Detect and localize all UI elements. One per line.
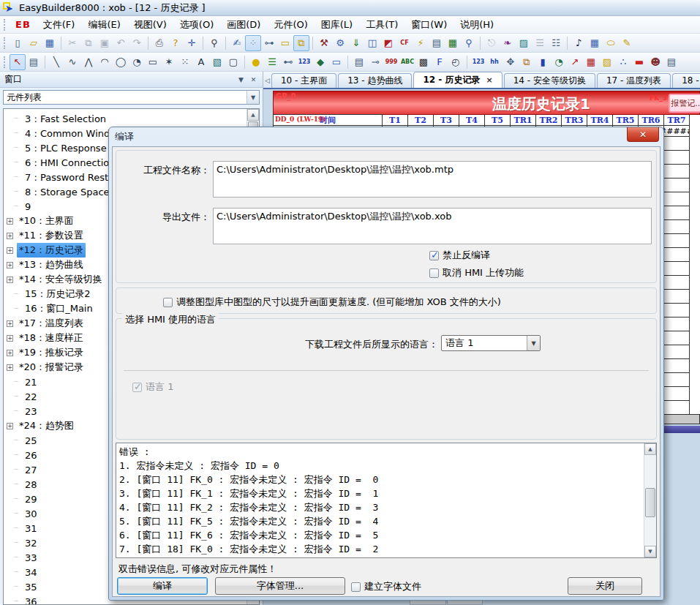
- scale-icon[interactable]: ⁙: [177, 54, 193, 70]
- server-icon[interactable]: ☷: [548, 35, 564, 51]
- bit-lamp-icon[interactable]: ●: [248, 54, 264, 70]
- menu-item[interactable]: 选项(O): [173, 16, 220, 34]
- window-key-icon[interactable]: ▭: [328, 54, 345, 70]
- expand-plus-icon[interactable]: +: [7, 262, 13, 268]
- word-switch-icon[interactable]: 123: [296, 54, 312, 70]
- menu-item[interactable]: 视图(V): [127, 16, 173, 34]
- system-tools-icon[interactable]: ⚒: [316, 35, 332, 51]
- alarm-record-button[interactable]: 报警记...: [669, 94, 700, 113]
- clock-icon[interactable]: ◴: [448, 54, 464, 70]
- picture-graph-icon[interactable]: ▨: [599, 54, 615, 70]
- option-list-icon[interactable]: ▤: [351, 54, 367, 70]
- compile-button[interactable]: 编译: [117, 577, 208, 595]
- chevron-down-icon[interactable]: ▼: [527, 336, 540, 350]
- expand-plus-icon[interactable]: +: [7, 247, 13, 254]
- context-help-icon[interactable]: ✛: [184, 35, 200, 51]
- compile-icon[interactable]: ⚙: [332, 35, 348, 51]
- pie-icon[interactable]: ◔: [129, 54, 145, 70]
- import-picture-icon[interactable]: ▨: [516, 35, 532, 51]
- numeric-display-icon[interactable]: 123: [470, 54, 486, 70]
- animation-icon[interactable]: ⧉: [519, 54, 535, 70]
- tab-window[interactable]: 18 - 速度样正: [672, 73, 700, 88]
- build-font-file-checkbox[interactable]: [351, 582, 361, 592]
- arc-icon[interactable]: ◠: [97, 54, 113, 70]
- snap-toggle-icon[interactable]: ⊶: [261, 35, 277, 51]
- tab-close-icon[interactable]: ×: [486, 75, 492, 85]
- bar-graph-icon[interactable]: ▮: [535, 54, 551, 70]
- panel-view-select[interactable]: 元件列表 ▼: [3, 90, 260, 105]
- ascii-display-icon[interactable]: hh: [486, 54, 503, 70]
- error-scroll-thumb[interactable]: [645, 488, 655, 517]
- menu-item[interactable]: 文件(F): [37, 16, 82, 34]
- menu-item[interactable]: 元件(O): [267, 16, 314, 34]
- moving-shape-icon[interactable]: ✥: [503, 54, 519, 70]
- csv-export-icon[interactable]: ▤: [429, 35, 445, 51]
- save-file-icon[interactable]: ▦: [42, 35, 58, 51]
- trend-display-icon[interactable]: ↗: [567, 54, 583, 70]
- expand-plus-icon[interactable]: +: [7, 350, 13, 356]
- sound-icon[interactable]: ♪: [571, 35, 587, 51]
- rectangle-icon[interactable]: ▭: [145, 54, 161, 70]
- word-lamp-icon[interactable]: ☰: [264, 54, 280, 70]
- cf-card-icon[interactable]: CF: [396, 35, 413, 51]
- event-log-icon[interactable]: ▤: [663, 54, 680, 70]
- address-book-icon[interactable]: ❧: [500, 35, 516, 51]
- scroll-up-icon[interactable]: ▲: [247, 109, 259, 121]
- simulate-offline-icon[interactable]: ◫: [364, 35, 380, 51]
- simulate-online-icon[interactable]: ◩: [380, 35, 396, 51]
- ellipse-icon[interactable]: ◯: [113, 54, 129, 70]
- panel-menu-button[interactable]: ▼: [235, 74, 247, 85]
- flash-write-icon[interactable]: ⚡: [413, 35, 429, 51]
- object-properties-icon[interactable]: ▤: [26, 54, 42, 70]
- error-scrollbar[interactable]: ▲ ▼: [644, 443, 656, 557]
- help-icon[interactable]: ?: [168, 35, 184, 51]
- bezier-icon[interactable]: ∿: [64, 54, 80, 70]
- tree-item[interactable]: ┈3 : Fast Selection: [4, 111, 246, 126]
- preview-icon[interactable]: ⚲: [461, 35, 477, 51]
- polyline-icon[interactable]: ⋀: [80, 54, 97, 70]
- memo-edit-icon[interactable]: ✎: [619, 35, 635, 51]
- export-file-box[interactable]: C:\Users\Administrator\Desktop\温控\温控\xob…: [213, 208, 652, 244]
- frame-icon[interactable]: ▢: [225, 54, 241, 70]
- expand-plus-icon[interactable]: +: [7, 233, 13, 239]
- polygon-icon[interactable]: ✶: [161, 54, 177, 70]
- expand-plus-icon[interactable]: +: [7, 320, 13, 327]
- expand-plus-icon[interactable]: +: [7, 218, 13, 225]
- panel-close-button[interactable]: ✕: [247, 74, 260, 85]
- window-fill-icon[interactable]: ▭: [277, 35, 293, 51]
- slider-icon[interactable]: ⊸: [367, 54, 383, 70]
- layers-toggle-icon[interactable]: ⧉: [293, 35, 309, 51]
- language-select[interactable]: 语言 1 ▼: [441, 335, 541, 351]
- text-icon[interactable]: A: [193, 54, 209, 70]
- dialog-close-button[interactable]: ✕: [627, 127, 659, 142]
- open-file-icon[interactable]: ▱: [26, 35, 42, 51]
- function-f-icon[interactable]: F: [432, 54, 448, 70]
- menu-item[interactable]: 图库(L): [315, 16, 359, 34]
- meter-display-icon[interactable]: ◔: [551, 54, 567, 70]
- history-table-icon[interactable]: ▦: [583, 54, 599, 70]
- tab-window[interactable]: 14 - 安全等级切换: [504, 73, 595, 88]
- grid-toggle-icon[interactable]: ⁘: [245, 35, 261, 51]
- decompile-checkbox[interactable]: [429, 251, 439, 260]
- line-icon[interactable]: ╲: [48, 54, 64, 70]
- scroll-up-icon[interactable]: ▲: [644, 443, 656, 455]
- resize-shapes-checkbox[interactable]: [163, 298, 173, 307]
- tab-window[interactable]: 10 - 主界面: [271, 73, 336, 88]
- download-icon[interactable]: ⇓: [348, 35, 364, 51]
- menu-item[interactable]: 说明(H): [454, 16, 500, 34]
- scroll-down-icon[interactable]: ▼: [644, 546, 656, 557]
- draw-pen-icon[interactable]: ✍: [229, 35, 245, 51]
- print-icon[interactable]: ⎙: [151, 35, 168, 51]
- expand-plus-icon[interactable]: +: [7, 277, 13, 283]
- tab-active[interactable]: 12 - 历史记录×: [413, 72, 502, 88]
- menu-item[interactable]: 画图(D): [220, 16, 267, 34]
- keyboard-icon[interactable]: ▦: [587, 35, 603, 51]
- menu-item[interactable]: 窗口(W): [404, 16, 454, 34]
- close-button[interactable]: 关闭: [568, 577, 642, 595]
- tab-window[interactable]: 13 - 趋势曲线: [338, 73, 412, 88]
- function-key-icon[interactable]: ◆: [312, 54, 328, 70]
- ascii-abc-icon[interactable]: ABC: [399, 54, 415, 70]
- new-file-icon[interactable]: ▯: [10, 35, 26, 51]
- barcode-icon[interactable]: ▩: [415, 54, 432, 70]
- expand-plus-icon[interactable]: +: [7, 364, 13, 371]
